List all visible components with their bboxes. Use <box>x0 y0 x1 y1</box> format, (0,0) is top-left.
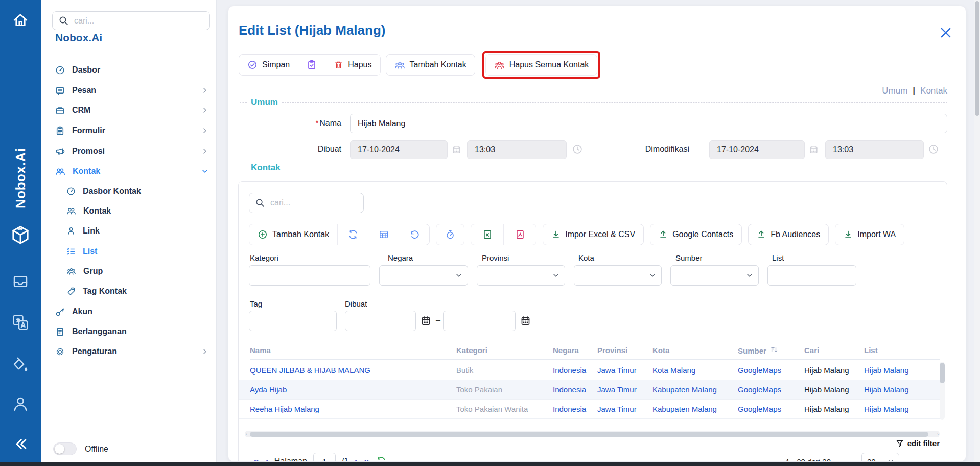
filter-list-input[interactable] <box>767 265 856 286</box>
cell-negara[interactable]: Indonesia <box>553 405 597 413</box>
sidebar-item-crm[interactable]: CRM <box>41 103 217 118</box>
sidebar-search[interactable] <box>52 11 210 30</box>
filter-negara-select[interactable] <box>379 265 468 286</box>
table-view-icon[interactable] <box>368 224 399 245</box>
col-header-kota[interactable]: Kota <box>652 346 738 355</box>
sort-icon[interactable] <box>771 346 778 354</box>
col-header-sumber[interactable]: Sumber <box>738 346 804 355</box>
scroll-left-arrow-icon[interactable]: ‹ <box>246 432 247 437</box>
cell-provinsi[interactable]: Jawa Timur <box>597 366 652 375</box>
stopwatch-icon[interactable] <box>436 224 464 245</box>
cell-sumber[interactable]: GoogleMaps <box>738 385 804 394</box>
save-button[interactable]: Simpan <box>239 55 298 75</box>
sidebar-item-dasbor-kontak[interactable]: Dasbor Kontak <box>41 183 217 199</box>
sidebar-item-list[interactable]: List <box>41 244 217 259</box>
sidebar-item-grup[interactable]: Grup <box>41 264 217 279</box>
filter-dibuat-to-input[interactable] <box>443 311 516 331</box>
offline-toggle[interactable] <box>53 442 77 455</box>
filter-provinsi-select[interactable] <box>477 265 565 286</box>
close-icon[interactable] <box>939 26 953 40</box>
cell-list[interactable]: Hijab Malang <box>864 405 942 413</box>
cell-list[interactable]: Hijab Malang <box>864 366 942 375</box>
reload-icon[interactable] <box>376 456 386 461</box>
scroll-right-arrow-icon[interactable]: › <box>937 432 939 437</box>
table-vertical-scrollbar[interactable] <box>940 362 945 420</box>
user-icon[interactable] <box>0 393 41 414</box>
refresh-icon[interactable] <box>337 224 368 245</box>
prev-page-icon[interactable]: ‹ <box>265 456 268 462</box>
cell-sumber[interactable]: GoogleMaps <box>738 405 804 413</box>
delete-button[interactable]: Hapus <box>325 55 380 75</box>
collapse-sidebar-icon[interactable] <box>0 434 41 454</box>
cell-nama[interactable]: Ayda Hijab <box>250 385 456 394</box>
fb-audiences-button[interactable]: Fb Audiences <box>749 224 828 245</box>
sidebar-item-dasbor[interactable]: Dasbor <box>41 62 217 78</box>
scrollbar-thumb[interactable] <box>250 432 928 437</box>
pdf-file-icon[interactable] <box>503 224 536 245</box>
sidebar-item-berlangganan[interactable]: Berlangganan <box>41 324 217 339</box>
sidebar-item-promosi[interactable]: Promosi <box>41 144 217 159</box>
next-page-icon[interactable]: › <box>355 456 358 462</box>
add-contact-button[interactable]: Tambah Kontak <box>386 55 475 75</box>
sidebar-item-pesan[interactable]: Pesan <box>41 83 217 98</box>
last-page-icon[interactable]: » <box>364 456 370 462</box>
translate-icon[interactable] <box>0 313 41 332</box>
table-row[interactable]: Reeha Hijab Malang Toko Pakaian Wanita I… <box>239 400 942 419</box>
cell-kota[interactable]: Kabupaten Malang <box>652 385 738 394</box>
sidebar-item-formulir[interactable]: Formulir <box>41 123 217 138</box>
col-header-nama[interactable]: Nama <box>250 346 456 355</box>
scrollbar-thumb[interactable] <box>975 1 979 116</box>
scrollbar-thumb[interactable] <box>940 363 945 383</box>
filter-tag-input[interactable] <box>249 311 337 331</box>
nama-input[interactable] <box>350 114 947 133</box>
cell-list[interactable]: Hijab Malang <box>864 385 942 394</box>
cell-provinsi[interactable]: Jawa Timur <box>597 405 652 413</box>
delete-all-contacts-button[interactable]: Hapus Semua Kontak <box>486 55 597 75</box>
col-header-provinsi[interactable]: Provinsi <box>597 346 652 355</box>
sidebar-search-input[interactable] <box>73 16 203 26</box>
filter-kategori-input[interactable] <box>249 265 370 286</box>
contacts-search[interactable] <box>249 193 364 213</box>
col-header-list[interactable]: List <box>864 346 940 355</box>
table-row[interactable]: Ayda Hijab Toko Pakaian Indonesia Jawa T… <box>239 380 942 400</box>
page-size-select[interactable]: 20 <box>861 453 899 461</box>
col-header-cari[interactable]: Cari <box>804 346 864 355</box>
paint-bucket-icon[interactable] <box>0 356 41 375</box>
sidebar-item-kontak[interactable]: Kontak <box>41 164 217 179</box>
col-header-negara[interactable]: Negara <box>553 346 597 355</box>
edit-filter-button[interactable]: edit filter <box>896 439 940 448</box>
cell-sumber[interactable]: GoogleMaps <box>738 366 804 375</box>
cell-provinsi[interactable]: Jawa Timur <box>597 385 652 394</box>
cell-negara[interactable]: Indonesia <box>553 385 597 394</box>
import-wa-button[interactable]: Import WA <box>835 224 904 245</box>
sidebar-item-akun[interactable]: Akun <box>41 304 217 319</box>
sidebar-item-kontak-sub[interactable]: Kontak <box>41 203 217 219</box>
sidebar-item-link[interactable]: Link <box>41 223 217 239</box>
col-header-kategori[interactable]: Kategori <box>456 346 553 355</box>
filter-sumber-select[interactable] <box>670 265 759 286</box>
first-page-icon[interactable]: « <box>253 456 259 462</box>
google-contacts-button[interactable]: Google Contacts <box>650 224 741 245</box>
window-scrollbar[interactable] <box>974 0 980 466</box>
cell-nama[interactable]: Reeha Hijab Malang <box>250 405 456 413</box>
add-contact-row-button[interactable]: Tambah Kontak <box>249 224 337 245</box>
filter-dibuat-from-input[interactable] <box>345 311 416 331</box>
import-excel-csv-button[interactable]: Impor Excel & CSV <box>543 224 643 245</box>
cube-logo-icon[interactable] <box>0 223 41 247</box>
undo-reset-icon[interactable] <box>399 224 429 245</box>
sidebar-item-pengaturan[interactable]: Pengaturan <box>41 344 217 359</box>
cell-kota[interactable]: Kabupaten Malang <box>652 405 738 413</box>
filter-kota-select[interactable] <box>574 265 662 286</box>
anchor-umum[interactable]: Umum <box>882 86 907 96</box>
excel-file-icon[interactable] <box>471 224 503 245</box>
copy-clipboard-button[interactable] <box>298 55 325 75</box>
table-row[interactable]: QUEEN JILBAB & HIJAB MALANG Butik Indone… <box>239 361 942 380</box>
cell-kota[interactable]: Kota Malang <box>652 366 738 375</box>
calendar-icon[interactable] <box>421 315 431 326</box>
anchor-kontak[interactable]: Kontak <box>920 86 947 96</box>
sidebar-item-tag-kontak[interactable]: Tag Kontak <box>41 284 217 299</box>
cell-nama[interactable]: QUEEN JILBAB & HIJAB MALANG <box>250 366 456 375</box>
cell-negara[interactable]: Indonesia <box>553 366 597 375</box>
home-icon[interactable] <box>0 9 41 32</box>
table-horizontal-scrollbar[interactable]: ‹ › <box>245 431 940 437</box>
